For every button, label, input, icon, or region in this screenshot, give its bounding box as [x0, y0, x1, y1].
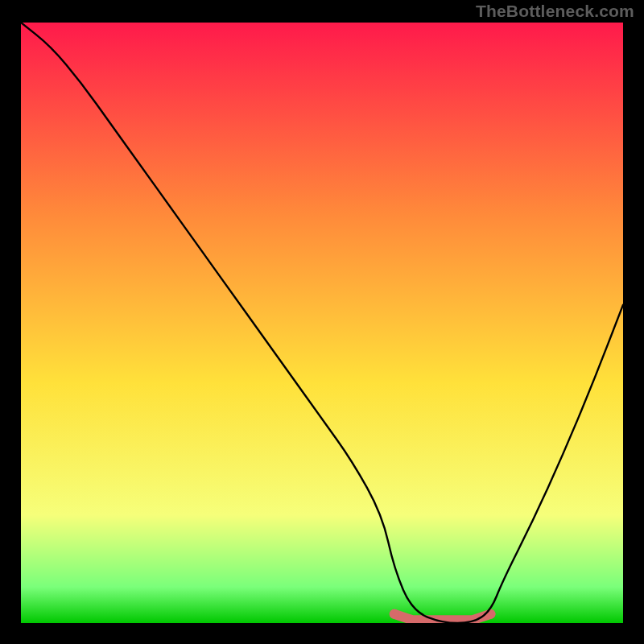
- optimal-left-marker: [390, 609, 399, 619]
- chart-frame: TheBottleneck.com: [0, 0, 644, 644]
- watermark-text: TheBottleneck.com: [476, 2, 634, 21]
- chart-plot: [21, 23, 623, 623]
- chart-svg: [21, 23, 623, 623]
- gradient-background: [21, 23, 623, 623]
